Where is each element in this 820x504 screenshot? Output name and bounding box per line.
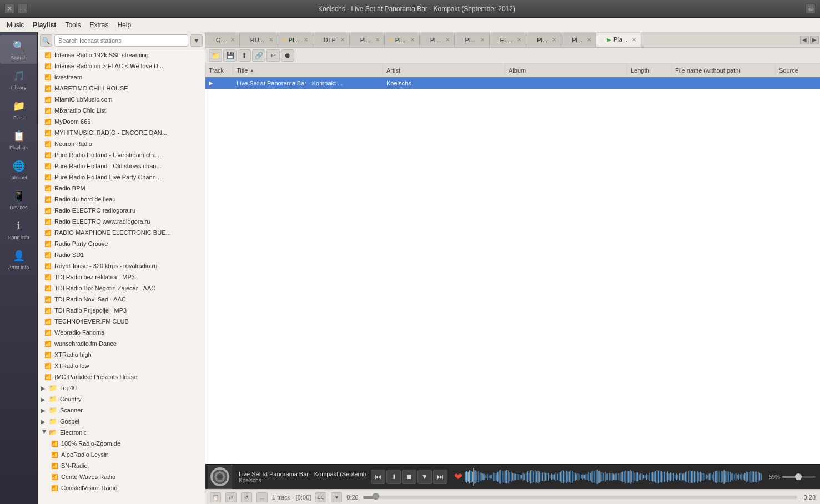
tab-el[interactable]: ☆ EL... ✕ — [490, 33, 527, 47]
list-item[interactable]: 📶 Radio SD1 — [38, 249, 205, 260]
menu-playlist[interactable]: Playlist — [28, 19, 61, 31]
list-item[interactable]: 📶 100% Radio-Zoom.de — [38, 438, 205, 449]
shuffle-btn[interactable]: ⇄ — [225, 492, 237, 502]
list-item[interactable]: 📶 livestream — [38, 72, 205, 83]
tab-dtp[interactable]: ☆ DTP ✕ — [313, 33, 350, 47]
list-item[interactable]: 📶 Intense Radio 192k SSL streaming — [38, 49, 205, 61]
list-item[interactable]: 📶 Radio ELECTRO radiogora.ru — [38, 205, 205, 216]
table-row[interactable]: ▶ Live Set at Panorama Bar - Kompakt ...… — [205, 77, 820, 89]
tab-close-btn[interactable]: ✕ — [631, 37, 637, 43]
sidebar-item-library[interactable]: 🎵 Library — [0, 65, 37, 94]
list-item[interactable]: 📶 RADIO MAXPHONE ELECTRONIC BUE... — [38, 227, 205, 238]
record-btn[interactable]: ⏺ — [281, 49, 294, 62]
list-item[interactable]: 📶 Pure Radio Holland - Old shows chan... — [38, 160, 205, 172]
prev-button[interactable]: ⏮ — [371, 470, 385, 484]
list-item[interactable]: 📶 Neuron Radio — [38, 138, 205, 149]
list-item[interactable]: 📶 BN-Radio — [38, 460, 205, 471]
menu-help[interactable]: Help — [113, 19, 135, 31]
th-length[interactable]: Length — [627, 64, 672, 77]
tab-close-btn[interactable]: ✕ — [229, 37, 236, 43]
stop-dropdown[interactable]: ▼ — [417, 470, 432, 484]
list-item[interactable]: 📶 Webradio Fanoma — [38, 327, 205, 338]
sidebar-item-playlists[interactable]: 📋 Playlists — [0, 125, 37, 154]
tab-close-btn[interactable]: ✕ — [551, 37, 557, 43]
menu-music[interactable]: Music — [2, 19, 28, 31]
maximize-button[interactable]: ▭ — [806, 4, 816, 14]
list-item[interactable]: 📶 {MC}Paradise Presents House — [38, 371, 205, 382]
save-btn[interactable]: 💾 — [223, 49, 237, 62]
stop-button[interactable]: ⏹ — [402, 470, 416, 484]
tab-close-btn[interactable]: ✕ — [479, 37, 486, 43]
th-title[interactable]: Title ▲ — [233, 64, 383, 77]
tab-close-btn[interactable]: ✕ — [409, 37, 416, 43]
volume-slider[interactable] — [782, 476, 816, 478]
tab-pl5[interactable]: ☆ Pl... ✕ — [455, 33, 490, 47]
list-item[interactable]: 📶 Intense Radio on > FLAC < We love D... — [38, 61, 205, 72]
link-btn[interactable]: 🔗 — [252, 49, 265, 62]
category-country[interactable]: ▶ 📁 Country — [38, 394, 205, 405]
list-item[interactable]: 📶 RoyalHouse - 320 kbps - royalradio.ru — [38, 260, 205, 271]
list-item[interactable]: 📶 Radio ELECTRO www.radiogora.ru — [38, 216, 205, 227]
list-item[interactable]: 📶 AlpeRadio Leysin — [38, 449, 205, 460]
minimize-button[interactable]: — — [18, 4, 28, 14]
tab-pl6[interactable]: ☆ Pl... ✕ — [526, 33, 561, 47]
eq-btn[interactable]: EQ — [315, 492, 326, 502]
sidebar-item-songinfo[interactable]: ℹ Song info — [0, 215, 37, 244]
tab-ru[interactable]: ☆ RU... ✕ — [240, 33, 278, 47]
search-input[interactable] — [54, 34, 188, 47]
list-item[interactable]: 📶 MiamiClubMusic.com — [38, 94, 205, 105]
list-item[interactable]: 📶 wunschradio.fm Dance — [38, 338, 205, 349]
waveform-display[interactable] — [465, 468, 762, 486]
menu-tools[interactable]: Tools — [61, 19, 85, 31]
tab-pl2[interactable]: ☆ Pl... ✕ — [350, 33, 385, 47]
search-icon-btn[interactable]: 🔍 — [40, 34, 52, 47]
close-button[interactable]: ✕ — [4, 4, 14, 14]
list-item[interactable]: 📶 Mixaradio Chic List — [38, 105, 205, 116]
tab-o[interactable]: ☆ O... ✕ — [205, 33, 240, 47]
next-button[interactable]: ⏭ — [433, 470, 447, 484]
menu-extras[interactable]: Extras — [85, 19, 113, 31]
list-item[interactable]: 📶 Pure Radio Holland Live Party Chann... — [38, 172, 205, 183]
list-item[interactable]: 📶 XTRadio low — [38, 360, 205, 371]
category-electronic[interactable]: ▶ 📂 Electronic — [38, 427, 205, 438]
list-item[interactable]: 📶 TDI Radio Novi Sad - AAC — [38, 294, 205, 305]
heart-button[interactable]: ❤ — [452, 471, 465, 483]
open-file-btn[interactable]: 📁 — [209, 49, 222, 62]
list-item[interactable]: 📶 TECHNO4EVER.FM CLUB — [38, 316, 205, 327]
category-top40[interactable]: ▶ 📁 Top40 — [38, 382, 205, 394]
progress-bar[interactable] — [363, 496, 797, 499]
list-item[interactable]: 📶 Radio du bord de l'eau — [38, 194, 205, 205]
th-source[interactable]: Source — [776, 64, 820, 77]
list-item[interactable]: 📶 Pure Radio Holland - Live stream cha..… — [38, 149, 205, 160]
th-artist[interactable]: Artist — [383, 64, 505, 77]
sidebar-item-files[interactable]: 📁 Files — [0, 95, 37, 124]
love-btn[interactable]: ♥ — [331, 492, 342, 502]
pause-button[interactable]: ⏸ — [386, 470, 401, 484]
category-scanner[interactable]: ▶ 📁 Scanner — [38, 405, 205, 416]
tab-close-btn[interactable]: ✕ — [516, 37, 522, 43]
list-item[interactable]: 📶 XTRadio high — [38, 349, 205, 360]
tab-pl3[interactable]: ★ Pl... ✕ — [385, 33, 420, 47]
undo-btn[interactable]: ↩ — [266, 49, 280, 62]
repeat-btn[interactable]: ↺ — [241, 492, 252, 502]
tab-pl7[interactable]: ☆ Pl... ✕ — [561, 33, 596, 47]
list-item[interactable]: 📶 MARETIMO CHILLHOUSE — [38, 83, 205, 94]
tabs-scroll-right[interactable]: ▶ — [810, 36, 819, 44]
tab-pl4[interactable]: ☆ Pl... ✕ — [420, 33, 455, 47]
export-btn[interactable]: ⬆ — [238, 49, 251, 62]
tab-close-btn[interactable]: ✕ — [303, 37, 309, 43]
list-item[interactable]: 📶 TDI Radio Prijepolje - MP3 — [38, 305, 205, 316]
volume-handle[interactable] — [795, 473, 802, 480]
sidebar-item-artistinfo[interactable]: 👤 Artist info — [0, 245, 37, 274]
th-track[interactable]: Track — [205, 64, 233, 77]
list-item[interactable]: 📶 MYHITMUSIC! RADIO - ENCORE DAN... — [38, 127, 205, 138]
category-gospel[interactable]: ▶ 📁 Gospel — [38, 416, 205, 427]
tab-close-btn[interactable]: ✕ — [586, 37, 592, 43]
playlist-btn[interactable]: 📋 — [210, 492, 221, 502]
tab-close-btn[interactable]: ✕ — [444, 37, 451, 43]
th-album[interactable]: Album — [505, 64, 627, 77]
tab-close-btn[interactable]: ✕ — [374, 37, 381, 43]
progress-handle[interactable] — [373, 493, 379, 500]
list-item[interactable]: 📶 CenterWaves Radio — [38, 471, 205, 482]
list-item[interactable]: 📶 TDI Radio Bor Negotin Zajecar - AAC — [38, 283, 205, 294]
